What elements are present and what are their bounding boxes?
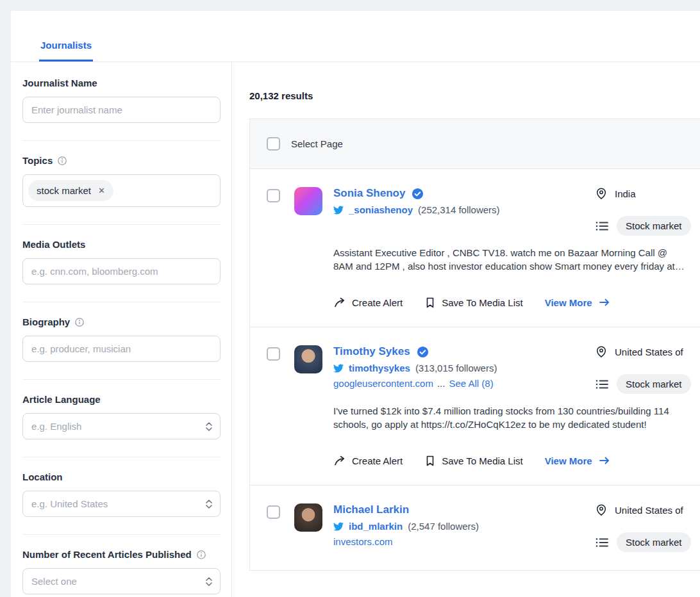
filter-biography: Biography [22,302,221,379]
results-panel: Select Page Sonia Shenoy [249,119,700,571]
followers-count: (2,547 followers) [408,521,479,532]
filters-sidebar: Journalist Name Topics stock market ✕ [11,62,232,597]
select-page-checkbox[interactable] [267,137,280,151]
filter-article-language: Article Language e.g. English [22,379,221,457]
twitter-handle-link[interactable]: ibd_mlarkin [349,521,403,532]
create-alert-icon [333,296,346,309]
arrow-right-icon [599,455,610,466]
results-area: 20,132 results Select Page Sonia Shen [232,62,700,597]
topic-chip: stock market ✕ [28,180,113,201]
followers-count: (313,015 followers) [415,363,497,373]
verified-badge-icon [417,346,429,358]
topics-label-text: Topics [22,155,53,166]
main-card: Journalists Journalist Name Topics stock… [11,11,700,597]
location-pin-icon [595,503,608,516]
create-alert-icon [333,454,346,467]
topics-label: Topics [22,155,221,166]
media-outlets-input[interactable] [22,258,221,284]
followers-count: (252,314 followers) [418,204,500,215]
article-language-select[interactable]: e.g. English [22,413,221,439]
view-more-link[interactable]: View More [545,455,610,466]
twitter-icon [333,521,344,532]
journalist-name-input[interactable] [22,97,221,123]
journalist-row: Timothy Sykes timothysykes [250,327,700,486]
topic-pill[interactable]: Stock market [617,216,691,236]
topics-list-icon [595,378,609,391]
article-language-placeholder: e.g. English [31,421,81,432]
location-label: Location [22,471,221,482]
location-select[interactable]: e.g. United States [22,491,221,517]
bookmark-icon [424,297,436,309]
filter-journalist-name: Journalist Name [22,63,221,140]
topic-pill[interactable]: Stock market [617,532,691,552]
journalist-row: Sonia Shenoy _soniashenoy [250,169,700,327]
journalist-name-label: Journalist Name [22,78,221,88]
view-more-label: View More [545,297,592,308]
twitter-handle-link[interactable]: timothysykes [349,363,410,373]
row-checkbox[interactable] [267,505,280,519]
info-icon [57,156,67,166]
location-text: United States of [615,505,683,516]
journalist-row: Michael Larkin ibd_mlarkin (2,547 follow… [250,486,700,570]
twitter-icon [333,363,344,373]
location-pin-icon [595,187,608,200]
row-checkbox[interactable] [267,347,280,361]
avatar [294,503,322,532]
save-to-media-list-label: Save To Media List [442,297,522,308]
save-to-media-list-button[interactable]: Save To Media List [424,297,522,309]
biography-label-text: Biography [22,316,70,327]
recent-articles-select[interactable]: Select one [22,568,221,594]
save-to-media-list-label: Save To Media List [442,455,522,466]
website-ellipsis: ... [437,378,446,389]
filter-recent-articles: Number of Recent Articles Published Sele… [22,534,221,597]
twitter-icon [333,205,344,215]
avatar [294,345,322,373]
recent-articles-label: Number of Recent Articles Published [22,549,221,560]
create-alert-button[interactable]: Create Alert [333,296,403,309]
website-link[interactable]: investors.com [333,536,393,547]
topic-pill[interactable]: Stock market [617,374,691,394]
verified-badge-icon [412,188,424,200]
arrow-right-icon [599,297,610,307]
tab-bar: Journalists [11,11,700,62]
info-icon [74,317,85,327]
media-outlets-label: Media Outlets [22,239,221,250]
see-all-link[interactable]: See All (8) [449,378,493,389]
tab-journalists[interactable]: Journalists [39,40,93,61]
location-placeholder: e.g. United States [31,498,108,509]
results-header: Select Page [250,119,700,169]
location-pin-icon [595,345,608,358]
location-text: India [615,188,636,199]
website-link[interactable]: googleusercontent.com [333,378,433,389]
create-alert-label: Create Alert [352,297,403,308]
filter-location: Location e.g. United States [22,457,221,534]
save-to-media-list-button[interactable]: Save To Media List [424,455,522,467]
topic-chip-label: stock market [37,185,91,196]
topics-list-icon [595,220,609,233]
chevron-updown-icon [204,576,213,587]
journalist-bio: Assistant Executive Editor , CNBC TV18. … [333,246,689,273]
journalist-name-link[interactable]: Michael Larkin [333,503,409,516]
journalist-name-link[interactable]: Sonia Shenoy [333,187,405,200]
biography-label: Biography [22,316,221,327]
biography-input[interactable] [22,336,221,362]
avatar [294,187,322,215]
results-count: 20,132 results [249,90,700,101]
row-checkbox[interactable] [267,189,280,202]
select-page-label: Select Page [291,138,343,149]
create-alert-label: Create Alert [352,455,403,466]
journalist-bio: I've turned $12k into $7.4 million tradi… [333,404,689,431]
article-language-label: Article Language [22,394,221,405]
journalist-name-link[interactable]: Timothy Sykes [333,345,410,358]
bookmark-icon [424,455,436,467]
chip-remove-icon[interactable]: ✕ [98,186,105,195]
view-more-link[interactable]: View More [545,297,610,308]
location-text: United States of [615,347,683,357]
topics-input[interactable]: stock market ✕ [22,174,221,207]
chevron-updown-icon [204,421,213,432]
twitter-handle-link[interactable]: _soniashenoy [349,204,413,215]
create-alert-button[interactable]: Create Alert [333,454,403,467]
info-icon [196,550,206,560]
recent-articles-placeholder: Select one [31,576,77,587]
topics-list-icon [595,536,609,549]
